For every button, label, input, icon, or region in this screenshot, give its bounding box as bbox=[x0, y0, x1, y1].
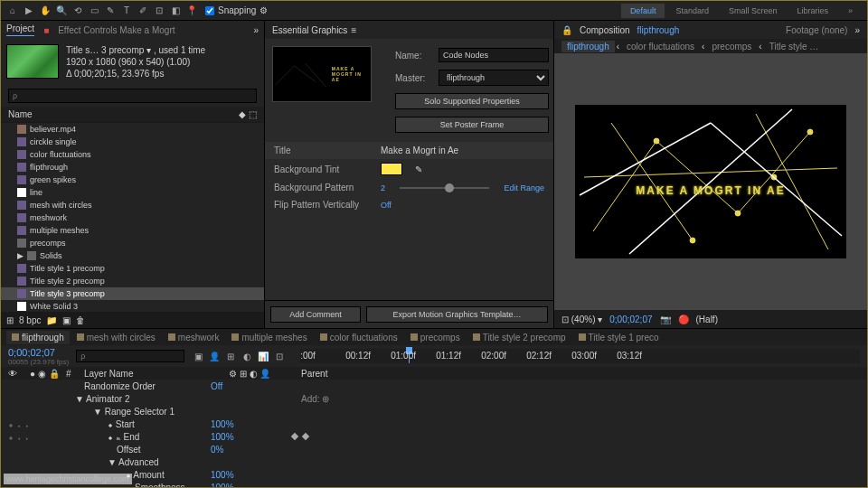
timeline-tab[interactable]: Title style 1 preco bbox=[573, 331, 665, 344]
ws-libraries[interactable]: Libraries bbox=[788, 4, 837, 18]
selection-tool-icon[interactable]: ▶ bbox=[23, 5, 35, 17]
timeline-tab[interactable]: color fluctuations bbox=[315, 331, 403, 344]
col-label-icon[interactable]: ◆ ⬚ bbox=[239, 109, 257, 119]
bpc-toggle[interactable]: 8 bpc bbox=[19, 315, 41, 325]
property-track[interactable] bbox=[265, 431, 860, 442]
project-item[interactable]: green spikes bbox=[1, 174, 264, 186]
timecode-block[interactable]: 0;00;02;07 00055 (23.976 fps) bbox=[8, 347, 69, 366]
add-menu[interactable]: Add: ⊕ bbox=[301, 394, 329, 404]
project-search-input[interactable] bbox=[8, 89, 257, 103]
project-item[interactable]: ▶ Solids bbox=[1, 249, 264, 262]
text-tool-icon[interactable]: T bbox=[120, 5, 133, 17]
col-layer-name[interactable]: Layer Name bbox=[84, 369, 229, 379]
project-item[interactable]: mesh with circles bbox=[1, 199, 264, 211]
ws-more-icon[interactable]: » bbox=[839, 4, 862, 18]
property-track[interactable] bbox=[265, 406, 860, 417]
property-track[interactable] bbox=[329, 393, 860, 404]
property-track[interactable] bbox=[265, 444, 860, 455]
eg-prop-flip[interactable]: Flip Pattern Vertically Off bbox=[265, 196, 553, 213]
comp-menu-icon[interactable]: » bbox=[854, 25, 860, 35]
rect-tool-icon[interactable]: ▭ bbox=[88, 5, 100, 17]
comp-footage-label[interactable]: Footage (none) bbox=[786, 25, 847, 35]
property-track[interactable] bbox=[265, 482, 860, 487]
puppet-tool-icon[interactable]: 📍 bbox=[185, 5, 198, 17]
layer-property-row[interactable]: Randomize OrderOff bbox=[1, 380, 867, 392]
crumb-0[interactable]: flipthrough bbox=[561, 41, 615, 52]
rotate-tool-icon[interactable]: ⟲ bbox=[71, 5, 84, 17]
property-value[interactable]: Off bbox=[211, 381, 265, 391]
project-item[interactable]: color fluctuations bbox=[1, 148, 264, 161]
timeline-ruler[interactable]: :00f00:12f01:00f01:12f02:00f02:12f03:00f… bbox=[300, 349, 860, 363]
project-item[interactable]: circkle single bbox=[1, 136, 264, 148]
project-item[interactable]: line bbox=[1, 186, 264, 199]
new-comp-icon[interactable]: ▣ bbox=[62, 315, 71, 325]
eg-pat-slider[interactable] bbox=[400, 187, 489, 189]
ws-default[interactable]: Default bbox=[621, 4, 665, 18]
property-value[interactable]: 100% bbox=[211, 419, 265, 429]
row-toggles[interactable]: ⬥ ◂ ▸ bbox=[8, 432, 30, 442]
layer-property-row[interactable]: Offset0% bbox=[1, 443, 867, 455]
col-parent[interactable]: Parent bbox=[301, 369, 327, 379]
project-item[interactable]: Title style 1 precomp bbox=[1, 262, 264, 275]
slider-handle[interactable] bbox=[445, 183, 454, 192]
row-toggles[interactable]: ⬥ ◂ ▸ bbox=[8, 419, 30, 429]
eg-add-comment-button[interactable]: Add Comment bbox=[270, 306, 361, 323]
col-name[interactable]: Name bbox=[8, 109, 33, 119]
property-track[interactable] bbox=[265, 456, 860, 467]
snapping-toggle[interactable]: Snapping ⚙ bbox=[205, 5, 268, 15]
pen-tool-icon[interactable]: ✎ bbox=[104, 5, 117, 17]
eraser-tool-icon[interactable]: ◧ bbox=[169, 5, 182, 17]
channel-icon[interactable]: 🔴 bbox=[678, 314, 689, 324]
timeline-tab[interactable]: mesh with circles bbox=[71, 331, 161, 344]
property-value[interactable]: 100% bbox=[211, 470, 265, 480]
eyedropper-icon[interactable]: ✎ bbox=[415, 164, 422, 174]
panel-menu-icon[interactable]: » bbox=[253, 25, 259, 35]
eg-prop-pattern[interactable]: Background Pattern 2 Edit Range bbox=[265, 179, 553, 196]
hand-tool-icon[interactable]: ✋ bbox=[39, 5, 52, 17]
comp-header-name[interactable]: flipthrough bbox=[637, 25, 680, 35]
eg-pat-edit[interactable]: Edit Range bbox=[504, 183, 544, 192]
property-track[interactable] bbox=[265, 469, 860, 480]
comp-lock-icon[interactable]: 🔒 bbox=[561, 25, 572, 35]
layer-property-row[interactable]: ▼ Range Selector 1 bbox=[1, 405, 867, 418]
crumb-3[interactable]: Title style … bbox=[764, 41, 825, 52]
property-value[interactable]: 100% bbox=[211, 432, 265, 442]
interpret-icon[interactable]: ⊞ bbox=[6, 315, 14, 325]
keyframe-icon[interactable] bbox=[291, 433, 298, 440]
property-value[interactable]: 0% bbox=[211, 445, 265, 455]
eg-flip-value[interactable]: Off bbox=[381, 201, 392, 210]
project-item[interactable]: flipthrough bbox=[1, 161, 264, 174]
timeline-tab[interactable]: flipthrough bbox=[6, 331, 70, 344]
trash-icon[interactable]: 🗑 bbox=[76, 315, 85, 325]
project-item[interactable]: believer.mp4 bbox=[1, 123, 264, 136]
timeline-tab[interactable]: Title style 2 precomp bbox=[467, 331, 571, 344]
timeline-search-input[interactable] bbox=[76, 350, 184, 362]
comp-viewer[interactable]: MAKE A MOGRT IN AE bbox=[554, 53, 867, 310]
crumb-2[interactable]: precomps bbox=[706, 41, 757, 52]
eg-master-select[interactable]: flipthrough bbox=[439, 70, 549, 86]
project-item[interactable]: precomps bbox=[1, 237, 264, 249]
project-list[interactable]: believer.mp4 circkle single color fluctu… bbox=[1, 123, 264, 312]
timecode[interactable]: 0;00;02;07 bbox=[8, 347, 69, 358]
eg-name-input[interactable] bbox=[439, 48, 549, 62]
zoom-tool-icon[interactable]: 🔍 bbox=[55, 5, 68, 17]
effect-controls-tab[interactable]: Effect Controls Make a Mogrt bbox=[58, 25, 175, 35]
timeline-tab[interactable]: multiple meshes bbox=[226, 331, 312, 344]
zoom-dropdown[interactable]: ⊡ (40%) ▾ bbox=[561, 314, 602, 324]
timeline-tab[interactable]: precomps bbox=[405, 331, 466, 344]
stamp-tool-icon[interactable]: ⊡ bbox=[153, 5, 165, 17]
eg-bg-swatch[interactable] bbox=[381, 163, 402, 175]
eg-solo-button[interactable]: Solo Supported Properties bbox=[395, 93, 549, 109]
comp-mini-icon[interactable]: ▣ bbox=[192, 350, 204, 362]
layer-property-row[interactable]: ⬥ ◂ ▸⬥ Start100% bbox=[1, 418, 867, 430]
project-item[interactable]: meshwork bbox=[1, 211, 264, 224]
home-icon[interactable]: ⌂ bbox=[6, 5, 19, 17]
frame-blend-icon[interactable]: ⊞ bbox=[224, 350, 237, 362]
timeline-tab[interactable]: meshwork bbox=[163, 331, 225, 344]
snap-icon[interactable]: ⊡ bbox=[273, 350, 286, 362]
project-item[interactable]: Title style 2 precomp bbox=[1, 275, 264, 287]
crumb-1[interactable]: color fluctuations bbox=[621, 41, 700, 52]
eg-menu-icon[interactable]: ≡ bbox=[351, 25, 356, 35]
project-item[interactable]: Title style 3 precomp bbox=[1, 287, 264, 300]
motion-blur-icon[interactable]: ◐ bbox=[241, 350, 253, 362]
